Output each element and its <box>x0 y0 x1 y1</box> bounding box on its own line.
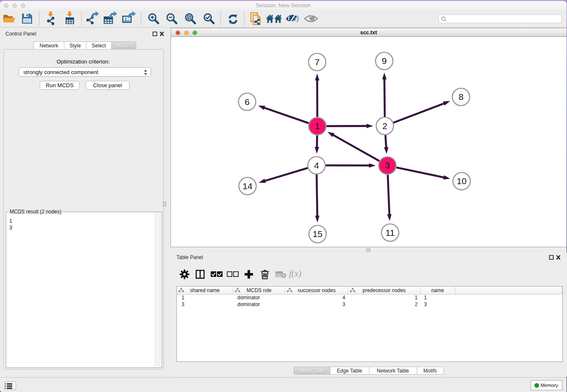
svg-text:6: 6 <box>245 97 250 106</box>
svg-text:9: 9 <box>382 56 387 66</box>
svg-text:14: 14 <box>242 181 253 190</box>
svg-text:10: 10 <box>457 176 466 186</box>
svg-text:8: 8 <box>459 92 464 102</box>
svg-text:2: 2 <box>383 121 388 130</box>
svg-text:3: 3 <box>385 160 390 170</box>
svg-text:1: 1 <box>315 121 320 131</box>
svg-text:11: 11 <box>385 227 395 237</box>
svg-text:7: 7 <box>315 57 320 66</box>
svg-text:15: 15 <box>313 229 322 239</box>
svg-text:f(x): f(x) <box>289 269 301 279</box>
svg-text:4: 4 <box>314 160 319 170</box>
